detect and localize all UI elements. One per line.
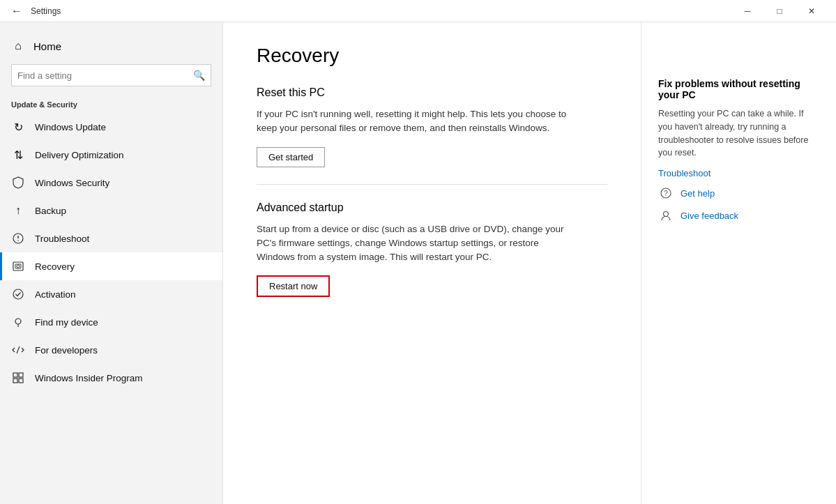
delivery-optimization-icon: ⇅ (11, 148, 25, 162)
titlebar-title: Settings (31, 6, 61, 16)
svg-point-6 (13, 289, 23, 299)
search-icon: 🔍 (193, 70, 205, 81)
home-icon: ⌂ (11, 39, 25, 53)
troubleshoot-icon (11, 231, 25, 245)
sidebar-item-windows-insider-program[interactable]: Windows Insider Program (0, 364, 222, 392)
advanced-startup-section: Advanced startup Start up from a device … (257, 201, 607, 298)
sidebar-item-label: Delivery Optimization (35, 150, 124, 160)
sidebar-item-delivery-optimization[interactable]: ⇅ Delivery Optimization (0, 141, 222, 169)
svg-point-7 (15, 319, 21, 324)
svg-rect-11 (19, 373, 23, 377)
titlebar: ← Settings ─ □ ✕ (0, 0, 836, 22)
sidebar: ⌂ Home 🔍 Update & Security ↻ Windows Upd… (0, 22, 223, 504)
svg-text:?: ? (664, 190, 668, 197)
sidebar-item-label: Troubleshoot (35, 234, 89, 244)
sidebar-item-activation[interactable]: Activation (0, 280, 222, 308)
give-feedback-icon (658, 208, 674, 223)
content-area: Recovery Reset this PC If your PC isn't … (223, 22, 641, 504)
svg-rect-13 (19, 379, 23, 383)
sidebar-item-for-developers[interactable]: For developers (0, 336, 222, 364)
minimize-button[interactable]: ─ (731, 0, 763, 22)
give-feedback-link[interactable]: Give feedback (681, 211, 738, 221)
sidebar-home[interactable]: ⌂ Home (0, 33, 222, 59)
maximize-button[interactable]: □ (763, 0, 796, 22)
advanced-startup-title: Advanced startup (257, 201, 607, 214)
backup-icon: ↑ (11, 204, 25, 217)
search-input[interactable] (17, 70, 193, 81)
get-help-icon: ? (658, 185, 674, 201)
find-my-device-icon (11, 315, 25, 329)
sidebar-section-title: Update & Security (0, 92, 222, 113)
reset-section-desc: If your PC isn't running well, resetting… (257, 107, 577, 136)
back-button[interactable]: ← (8, 3, 25, 20)
sidebar-item-windows-update[interactable]: ↻ Windows Update (0, 113, 222, 141)
sidebar-item-label: Windows Insider Program (35, 373, 143, 383)
right-panel-desc: Resetting your PC can take a while. If y… (658, 107, 819, 160)
sidebar-item-windows-security[interactable]: Windows Security (0, 169, 222, 197)
sidebar-item-backup[interactable]: ↑ Backup (0, 197, 222, 224)
section-divider (257, 184, 607, 185)
right-panel: Fix problems without resetting your PC R… (641, 22, 836, 504)
svg-point-16 (664, 212, 669, 217)
sidebar-item-label: Find my device (35, 317, 98, 328)
sidebar-item-troubleshoot[interactable]: Troubleshoot (0, 224, 222, 252)
close-button[interactable]: ✕ (796, 0, 828, 22)
advanced-startup-desc: Start up from a device or disc (such as … (257, 222, 577, 265)
sidebar-home-label: Home (33, 40, 61, 52)
get-help-action: ? Get help (658, 185, 819, 201)
recovery-icon (11, 259, 25, 273)
reset-section: Reset this PC If your PC isn't running w… (257, 86, 607, 167)
give-feedback-action: Give feedback (658, 208, 819, 223)
svg-rect-10 (13, 373, 17, 377)
svg-rect-12 (13, 379, 17, 383)
sidebar-item-label: Activation (35, 289, 76, 300)
reset-section-title: Reset this PC (257, 86, 607, 99)
restart-now-button[interactable]: Restart now (257, 275, 330, 297)
page-title: Recovery (257, 45, 607, 67)
windows-insider-icon (11, 371, 25, 385)
sidebar-item-recovery[interactable]: Recovery (0, 252, 222, 280)
svg-point-5 (17, 265, 20, 268)
svg-line-9 (17, 346, 20, 353)
sidebar-item-label: For developers (35, 345, 98, 356)
activation-icon (11, 287, 25, 301)
windows-security-icon (11, 176, 25, 190)
right-panel-title: Fix problems without resetting your PC (658, 78, 819, 100)
svg-point-2 (17, 240, 19, 241)
troubleshoot-link[interactable]: Troubleshoot (658, 168, 819, 178)
sidebar-item-label: Backup (35, 206, 66, 216)
for-developers-icon (11, 343, 25, 357)
main-layout: ⌂ Home 🔍 Update & Security ↻ Windows Upd… (0, 22, 836, 504)
sidebar-item-find-my-device[interactable]: Find my device (0, 308, 222, 336)
sidebar-search-box[interactable]: 🔍 (11, 64, 211, 86)
get-help-link[interactable]: Get help (681, 188, 715, 199)
sidebar-item-label: Windows Security (35, 178, 109, 188)
sidebar-item-label: Windows Update (35, 122, 106, 132)
svg-rect-3 (13, 262, 23, 270)
sidebar-item-label: Recovery (35, 261, 75, 272)
windows-update-icon: ↻ (11, 120, 25, 134)
get-started-button[interactable]: Get started (257, 147, 325, 167)
window-controls: ─ □ ✕ (731, 0, 828, 22)
